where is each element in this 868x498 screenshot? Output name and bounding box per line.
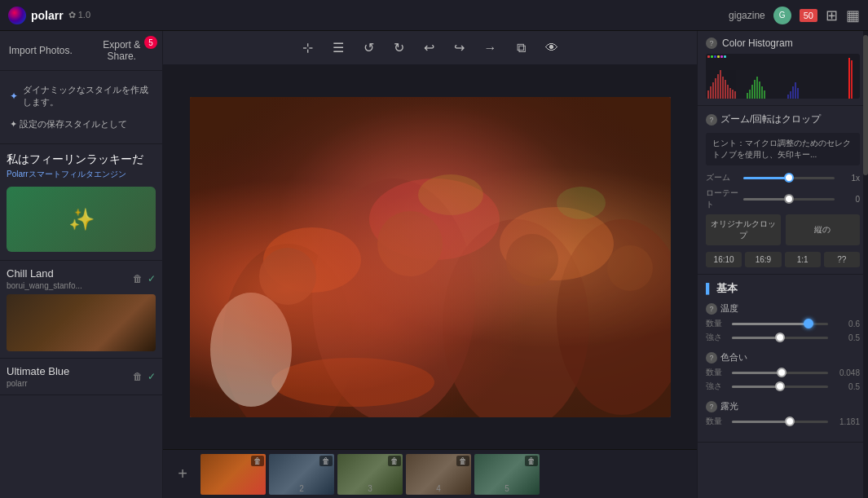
add-photo-button[interactable]: + [166,454,199,495]
adjust-button[interactable]: ☰ [328,37,348,58]
exposure-amount-label: 数量 [706,416,729,427]
color-strength-row: 強さ 0.5 [706,381,860,392]
color-amount-value: 0.048 [831,368,860,377]
color-group: ? 色合い 数量 0.048 強さ [706,351,860,392]
exposure-amount-value: 1.181 [831,417,860,426]
histogram-title: Color Histogram [722,37,793,49]
temp-amount-slider[interactable] [732,323,828,325]
exposure-amount-slider[interactable] [732,421,828,423]
ratio-16-10-button[interactable]: 16:10 [706,252,742,267]
zoom-slider-thumb[interactable] [784,173,794,183]
temp-strength-thumb[interactable] [775,333,785,342]
svg-rect-35 [756,77,758,99]
svg-rect-27 [727,85,729,99]
delete-icon[interactable]: 🗑 [133,273,143,284]
svg-point-6 [443,219,589,417]
sidebar-top-buttons: Import Photos. Export & Share. 5 [0,31,162,71]
zoom-help-icon[interactable]: ? [706,114,717,126]
svg-rect-26 [725,80,726,99]
delete-icon-2[interactable]: 🗑 [133,371,143,382]
thumb-delete-5[interactable]: 🗑 [525,456,538,466]
rotate-label: ローテート [706,187,738,210]
ratio-custom-button[interactable]: ?? [824,252,860,267]
svg-rect-46 [707,55,710,58]
thumbnail-4[interactable]: 🗑 4 [406,454,471,495]
preset-name: Chill Land [7,267,82,280]
check-icon-2[interactable]: ✓ [148,371,156,382]
color-amount-thumb[interactable] [777,368,786,377]
thumb-delete-4[interactable]: 🗑 [456,456,469,466]
crop-buttons: オリジナルクロップ 縦の [706,214,860,245]
svg-rect-38 [764,90,765,99]
image-area: + 🗑 🗑 2 🗑 3 🗑 4 🗑 5 [163,65,697,498]
thumbnail-5[interactable]: 🗑 5 [474,454,540,495]
grid-icon[interactable]: ⊞ [826,7,838,24]
export-share-label: Export & Share. [103,39,140,62]
preset-chill-land[interactable]: Chill Land borui_wang_stanfo... 🗑 ✓ [0,261,162,359]
feeling-card[interactable]: ✨ [7,187,156,252]
temperature-help-icon[interactable]: ? [706,303,717,315]
thumb-delete-2[interactable]: 🗑 [319,456,333,466]
svg-rect-3 [190,97,671,417]
exposure-group: ? 露光 数量 1.181 [706,400,860,427]
svg-rect-32 [749,90,751,99]
ratio-1-1-button[interactable]: 1:1 [785,252,821,267]
logo-icon [8,7,26,24]
thumbnail-2[interactable]: 🗑 2 [269,454,334,495]
undo-button[interactable]: ↺ [359,37,378,58]
exposure-amount-thumb[interactable] [785,416,795,426]
exposure-header: ? 露光 [706,400,860,412]
next-button[interactable]: → [480,38,501,58]
scrollbar-thumb[interactable] [863,35,868,175]
histogram-help-icon[interactable]: ? [706,37,717,49]
temp-strength-slider[interactable] [732,337,828,339]
svg-rect-42 [795,82,796,99]
preset-author: borui_wang_stanfo... [7,281,82,290]
thumbnail-3[interactable]: 🗑 3 [337,454,403,495]
import-photos-button[interactable]: Import Photos. [0,31,82,70]
svg-rect-34 [754,80,756,99]
svg-point-10 [500,207,614,280]
settings-icon[interactable]: ▦ [846,7,860,24]
basic-header: ▌ 基本 [706,281,860,296]
check-icon[interactable]: ✓ [148,273,156,284]
svg-point-17 [418,174,483,215]
user-avatar[interactable]: G [773,7,791,24]
original-crop-button[interactable]: オリジナルクロップ [706,214,781,245]
svg-rect-2 [190,97,671,417]
zoom-slider-track[interactable] [743,177,835,179]
logo-area: polarr ✿ 1.0 [8,7,90,24]
section-marker: ▌ [706,283,713,294]
temp-amount-thumb[interactable] [804,319,813,328]
preset-ultimate-blue[interactable]: Ultimate Blue polarr 🗑 ✓ [0,359,162,395]
color-strength-slider[interactable] [732,386,828,388]
ratio-16-9-button[interactable]: 16:9 [745,252,781,267]
color-amount-slider[interactable] [732,372,828,374]
save-style-item[interactable]: ✦ 設定の保存スタイルとして [7,113,156,135]
export-share-button[interactable]: Export & Share. 5 [82,31,163,70]
create-style-item[interactable]: ✦ ダイナミックなスタイルを作成します。 [7,79,156,113]
svg-rect-30 [734,91,736,99]
thumb-delete-3[interactable]: 🗑 [388,456,401,466]
scrollbar-track[interactable] [863,31,868,498]
exposure-help-icon[interactable]: ? [706,401,717,412]
color-strength-thumb[interactable] [775,381,785,391]
view-button[interactable]: 👁 [541,38,562,58]
create-style-label: ダイナミックなスタイルを作成します。 [23,84,152,108]
forward-button[interactable]: ↪ [450,37,469,58]
color-help-icon[interactable]: ? [706,352,717,364]
thumbnail-1[interactable]: 🗑 [200,454,266,495]
redo-button[interactable]: ↻ [390,37,408,58]
svg-rect-33 [751,85,753,99]
back-button[interactable]: ↩ [420,37,438,58]
zoom-value: 1x [839,174,860,183]
svg-rect-39 [787,95,789,99]
vertical-crop-button[interactable]: 縦の [786,214,861,245]
fullscreen-button[interactable]: ⊹ [298,37,317,58]
rotate-slider-track[interactable] [743,198,835,201]
copy-button[interactable]: ⧉ [513,38,530,58]
feeling-title: 私はフィーリンラッキーだ [7,152,156,167]
rotate-slider-thumb[interactable] [784,194,794,204]
wand-icon: ✨ [68,207,95,232]
thumb-delete-1[interactable]: 🗑 [251,456,264,466]
